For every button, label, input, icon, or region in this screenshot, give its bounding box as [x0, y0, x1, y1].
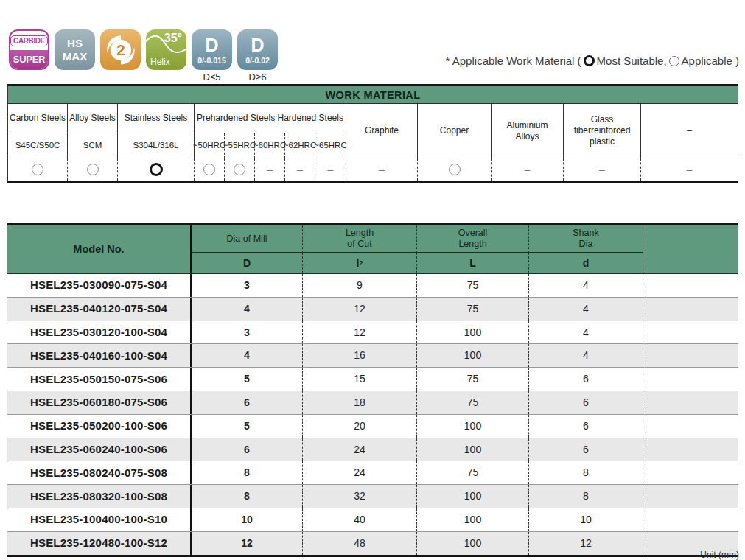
shank-dia-cell: 6	[528, 415, 643, 438]
tolerance-d6-caption: D≥6	[249, 71, 267, 83]
symbol-circle	[32, 164, 43, 175]
wm-column-sub: SCM	[67, 133, 117, 158]
work-material-table: WORK MATERIAL Carbon SteelsAlloy SteelsS…	[7, 84, 738, 183]
dia-cell: 3	[190, 274, 302, 297]
tolerance-d6-badge: D 0/-0.02	[237, 29, 278, 70]
shank-dia-cell: 4	[528, 298, 643, 321]
length-of-cut-cell: 24	[302, 438, 416, 461]
table-row: HSEL235-030090-075-S0439754	[7, 274, 738, 297]
flute-swirl-icon: 2	[105, 34, 137, 66]
table-row: HSEL235-050200-100-S065201006	[7, 414, 738, 438]
applicable-icon	[669, 56, 679, 66]
catalog-page: { "badges": { "carbide": {"top": "CARBID…	[0, 0, 745, 560]
shank-dia-cell: 8	[528, 461, 643, 484]
table-row: HSEL235-080320-100-S088321008	[7, 484, 738, 508]
model-table-body: HSEL235-030090-075-S0439754HSEL235-04012…	[7, 274, 738, 555]
shank-dia-cell: 4	[528, 321, 643, 344]
tolerance-d5-badge: D 0/-0.015	[192, 29, 232, 70]
shank-dia-cell: 4	[528, 274, 643, 297]
most-suitable-icon	[584, 55, 595, 66]
overall-length-cell: 100	[416, 438, 528, 461]
carbide-label-frame: CARBIDE	[10, 31, 48, 50]
shank-dia-cell: 6	[528, 368, 643, 391]
table-row: HSEL235-060180-075-S06618756	[7, 391, 738, 414]
symbol-dash: –	[328, 164, 334, 175]
table-row: HSEL235-040120-075-S04412754	[7, 297, 738, 321]
wm-span-column-name: Graphite	[346, 104, 417, 158]
symbol-bold-circle	[150, 163, 163, 176]
model-table-header: Model No. Dia of Mill Length of Cut Over…	[7, 225, 738, 274]
wm-symbol-cell	[67, 158, 117, 181]
length-of-cut-cell: 15	[302, 368, 416, 391]
symbol-dash: –	[267, 164, 273, 175]
empty-cell	[643, 298, 738, 321]
wm-grade-sub: ~62HRC	[284, 133, 315, 158]
length-of-cut-cell: 32	[302, 485, 416, 508]
overall-length-cell: 75	[416, 391, 528, 414]
wm-span-column-name: –	[640, 104, 738, 158]
length-of-cut-cell: 12	[302, 321, 416, 344]
dia-cell: 6	[190, 391, 302, 414]
shank-dia-header: Shank Dia	[528, 225, 643, 253]
length-of-cut-cell: 9	[302, 274, 416, 297]
carbide-label: CARBIDE	[10, 35, 48, 46]
wm-symbol-cell: –	[563, 158, 640, 181]
hs-label: HS	[67, 37, 83, 49]
wm-symbol-cell	[224, 158, 254, 181]
wm-symbol-cell: –	[315, 158, 346, 181]
wm-grade-sub: ~55HRC	[224, 133, 254, 158]
dia-cell: 5	[190, 368, 302, 391]
empty-cell	[643, 508, 738, 531]
empty-cell	[643, 461, 738, 484]
wm-symbol-cell: –	[284, 158, 315, 181]
applicable-note: * Applicable Work Material ( Most Suitab…	[446, 55, 739, 67]
note-prefix: * Applicable Work Material (	[446, 55, 581, 67]
symbol-dash: –	[297, 164, 303, 175]
empty-cell	[643, 438, 738, 461]
two-flutes-badge: 2	[100, 29, 141, 70]
overall-length-cell: 100	[416, 321, 528, 344]
length-of-cut-cell: 16	[302, 344, 416, 367]
wm-span-column-name: Aluminium Alloys	[491, 104, 563, 158]
hs-max-badge: HS MAX	[55, 29, 95, 70]
model-no-header: Model No.	[7, 225, 190, 273]
dia-cell: 4	[190, 298, 302, 321]
symbol-circle	[87, 164, 99, 175]
wm-grade-sub: ~60HRC	[254, 133, 284, 158]
wm-span-column-name: Glass fiberreinforced plastic	[563, 104, 640, 158]
helix-text-label: Helix	[150, 57, 170, 67]
table-row: HSEL235-120480-100-S12124810012	[7, 531, 738, 555]
helix-angle-label: 35°	[164, 32, 182, 45]
symbol-circle	[203, 164, 215, 175]
length-of-cut-header: Length of Cut	[302, 225, 416, 253]
work-material-title: WORK MATERIAL	[8, 86, 738, 104]
model-cell: HSEL235-060180-075-S06	[7, 391, 190, 414]
model-cell: HSEL235-040120-075-S04	[7, 298, 190, 321]
shank-dia-cell: 10	[528, 508, 643, 531]
dia-of-mill-header: Dia of Mill	[190, 225, 302, 253]
dia-cell: 10	[190, 508, 302, 531]
symbol-dash: –	[599, 164, 605, 175]
max-label: MAX	[63, 50, 87, 63]
overall-length-cell: 100	[416, 344, 528, 367]
tolerance-value: 0/-0.015	[197, 56, 226, 65]
dia-cell: 6	[190, 438, 302, 461]
model-cell: HSEL235-100400-100-S10	[7, 508, 190, 531]
wm-group-name: Prehardened Steels Hardened Steels	[194, 104, 346, 133]
most-suitable-label: Most Suitable,	[597, 55, 667, 67]
overall-length-cell: 100	[416, 415, 528, 438]
helix-35-badge: 35° Helix	[146, 29, 186, 70]
svg-text:2: 2	[116, 41, 125, 58]
symbol-dash: –	[525, 164, 531, 175]
model-cell: HSEL235-030120-100-S04	[7, 321, 190, 344]
wm-symbol-cell: –	[254, 158, 284, 181]
unit-label: Unit (mm)	[700, 550, 739, 560]
overall-length-cell: 100	[416, 485, 528, 508]
table-row: HSEL235-060240-100-S066241006	[7, 438, 738, 461]
letter-D: D	[190, 253, 302, 273]
letter-L: L	[416, 253, 528, 273]
table-row: HSEL235-100400-100-S10104010010	[7, 508, 738, 531]
wm-column-sub: S304L/316L	[117, 133, 194, 158]
length-of-cut-cell: 48	[302, 532, 416, 555]
wm-grade-sub: ~65HRC	[315, 133, 346, 158]
